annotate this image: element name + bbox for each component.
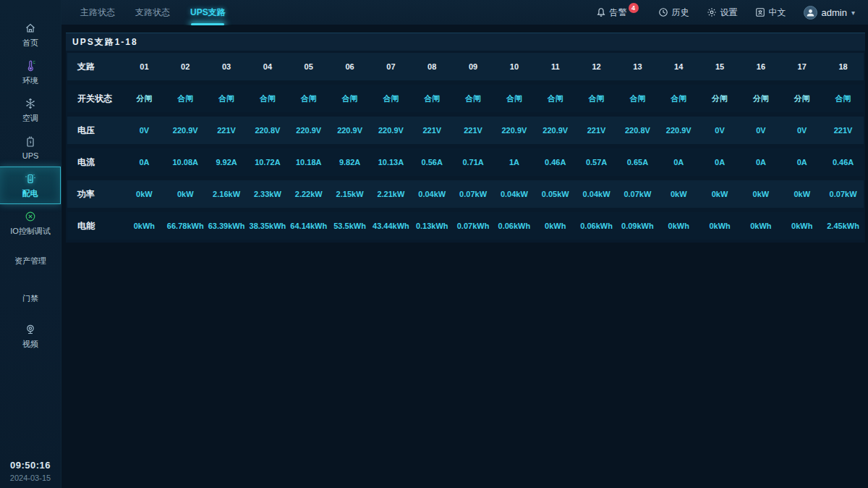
cell-voltage: 220.9V [658, 126, 699, 135]
clock-time: 09:50:16 [0, 460, 61, 471]
column-header: 06 [329, 62, 370, 71]
cell-switch_status: 分闸 [740, 93, 781, 104]
row-label-voltage: 电压 [67, 125, 124, 137]
language-button[interactable]: 中文 [755, 7, 786, 19]
cell-power: 0.04kW [412, 190, 453, 198]
cell-current: 9.82A [329, 158, 370, 167]
sidebar-item-label: 视频 [22, 339, 38, 350]
cell-energy: 0kWh [535, 222, 576, 230]
column-header: 16 [740, 62, 781, 71]
tab-ups-branch[interactable]: UPS支路 [180, 0, 236, 25]
row-label-switch_status: 开关状态 [67, 93, 124, 105]
user-name: admin [822, 7, 847, 18]
tab-main-circuit-status[interactable]: 主路状态 [70, 0, 125, 25]
video-camera-icon [25, 323, 36, 336]
sidebar-item-asset-management[interactable]: 资产管理 [0, 242, 61, 279]
column-header: 18 [822, 62, 864, 71]
sidebar-item-home[interactable]: 首页 [0, 16, 61, 54]
alarm-label: 告警 [610, 7, 627, 19]
cell-voltage: 0V [781, 126, 822, 135]
content-area: UPS支路1-18 支路0102030405060708091011121314… [61, 25, 868, 488]
cell-switch_status: 分闸 [699, 93, 741, 104]
cell-switch_status: 合闸 [822, 93, 864, 104]
gear-icon [707, 7, 717, 17]
sidebar-item-environment[interactable]: C环境 [0, 54, 61, 91]
main-area: 主路状态支路状态UPS支路 告警 4 [61, 0, 868, 488]
sidebar-item-label: 资产管理 [14, 256, 46, 266]
table-row-current: 电流0A10.08A9.92A10.72A10.18A9.82A10.13A0.… [67, 148, 864, 176]
sidebar-clock: 09:50:16 2024-03-15 [0, 460, 61, 482]
sidebar-item-access-control[interactable]: 门禁 [0, 279, 61, 317]
ups-branch-panel: UPS支路1-18 支路0102030405060708091011121314… [66, 33, 865, 243]
cell-energy: 0kWh [740, 222, 781, 230]
cell-power: 0.04kW [493, 190, 535, 198]
sidebar-item-video[interactable]: 视频 [0, 317, 61, 355]
cell-current: 0A [124, 158, 165, 167]
column-header: 10 [493, 62, 535, 71]
cell-power: 0kW [740, 190, 781, 198]
cell-power: 2.22kW [288, 190, 329, 198]
sidebar-item-power-distribution[interactable]: 配电 [0, 167, 61, 204]
column-header: 03 [206, 62, 247, 71]
sidebar-item-label: 首页 [22, 38, 38, 49]
sidebar-item-io-control-debug[interactable]: IO控制调试 [0, 204, 61, 242]
user-menu[interactable]: admin ▾ [804, 6, 855, 20]
column-header: 13 [617, 62, 658, 71]
cell-voltage: 220.8V [617, 126, 658, 135]
cell-voltage: 220.9V [165, 126, 206, 135]
column-header: 08 [412, 62, 453, 71]
alarm-button[interactable]: 告警 4 [596, 7, 641, 19]
cell-current: 0.65A [617, 158, 658, 167]
settings-button[interactable]: 设置 [707, 7, 738, 19]
cell-switch_status: 合闸 [576, 93, 617, 104]
cell-power: 0kW [699, 190, 741, 198]
settings-label: 设置 [720, 7, 738, 19]
cell-energy: 66.78kWh [165, 222, 206, 230]
thermometer-icon: C [25, 59, 36, 72]
tab-branch-status[interactable]: 支路状态 [125, 0, 180, 25]
cell-energy: 63.39kWh [206, 222, 247, 230]
cell-current: 0.46A [535, 158, 576, 167]
cell-energy: 53.5kWh [329, 222, 370, 230]
cell-current: 0.71A [453, 158, 494, 167]
column-header: 02 [165, 62, 206, 71]
cell-voltage: 221V [822, 126, 864, 135]
cell-voltage: 221V [412, 126, 453, 135]
bell-icon [596, 7, 606, 17]
row-label-current: 电流 [67, 156, 124, 169]
cell-energy: 0.07kWh [453, 222, 494, 230]
history-button[interactable]: 历史 [658, 7, 689, 19]
tab-label: 主路状态 [80, 7, 115, 19]
cell-power: 0kW [658, 190, 699, 198]
row-label-branch: 支路 [67, 61, 124, 73]
snowflake-icon [25, 97, 36, 110]
chevron-down-icon: ▾ [851, 9, 855, 17]
sidebar: 首页C环境空调UPS配电IO控制调试资产管理门禁视频 09:50:16 2024… [0, 0, 61, 488]
sidebar-item-air-conditioning[interactable]: 空调 [0, 91, 61, 129]
sidebar-item-label: 空调 [22, 113, 38, 124]
sidebar-nav: 首页C环境空调UPS配电IO控制调试资产管理门禁视频 [0, 0, 61, 355]
cell-current: 0A [740, 158, 781, 167]
sidebar-item-label: IO控制调试 [10, 226, 51, 237]
cell-power: 2.33kW [247, 190, 288, 198]
panel-title: UPS支路1-18 [66, 33, 865, 51]
history-clock-icon [658, 7, 668, 17]
cell-switch_status: 合闸 [206, 93, 247, 104]
sidebar-item-label: UPS [22, 151, 39, 160]
tab-label: 支路状态 [135, 7, 170, 19]
cell-voltage: 220.9V [370, 126, 412, 135]
cell-switch_status: 分闸 [124, 93, 165, 104]
column-header: 01 [124, 62, 165, 71]
cell-energy: 43.44kWh [370, 222, 412, 230]
topbar-tabs: 主路状态支路状态UPS支路 [61, 0, 236, 25]
cell-energy: 0.06kWh [576, 222, 617, 230]
sidebar-item-label: 环境 [22, 75, 38, 86]
table-row-energy: 电能0kWh66.78kWh63.39kWh38.35kWh64.14kWh53… [67, 212, 864, 240]
cell-switch_status: 合闸 [453, 93, 494, 104]
cell-current: 0A [658, 158, 699, 167]
sidebar-item-ups[interactable]: UPS [0, 129, 61, 167]
cell-switch_status: 合闸 [617, 93, 658, 104]
cell-voltage: 0V [124, 126, 165, 135]
cell-voltage: 221V [453, 126, 494, 135]
table-row-switch_status: 开关状态分闸合闸合闸合闸合闸合闸合闸合闸合闸合闸合闸合闸合闸合闸分闸分闸分闸合闸 [67, 85, 864, 112]
